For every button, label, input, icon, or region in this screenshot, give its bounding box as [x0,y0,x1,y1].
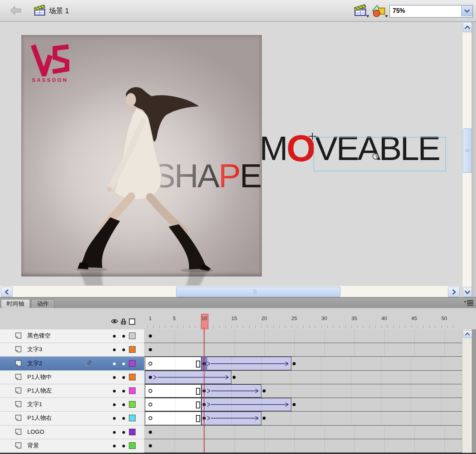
lock-icon[interactable] [121,319,126,325]
layer-name[interactable]: P1人物右 [27,414,52,422]
scroll-thumb[interactable] [176,287,340,297]
span-end-marker[interactable] [196,415,200,422]
gray-span[interactable] [231,371,462,384]
frame-row-2[interactable] [144,343,462,357]
layer-row-9[interactable]: 背景 [0,439,144,453]
zoom-dropdown-button[interactable] [461,5,472,16]
scroll-up-button[interactable] [463,22,472,32]
white-span[interactable] [145,384,201,398]
lock-dot[interactable] [122,390,125,392]
layer-row-8[interactable]: LOGO [0,426,144,439]
keyframe-dot[interactable] [149,348,152,351]
layer-color-swatch[interactable] [129,333,136,339]
pasteboard[interactable]: SASSOON SHAPE [0,22,462,285]
layer-name[interactable]: 文字1 [27,401,42,408]
white-span[interactable] [145,357,201,370]
frame-row-4[interactable] [144,371,462,384]
layer-row-3[interactable]: 文字2✎ [0,357,144,370]
layer-color-swatch[interactable] [129,401,136,408]
lock-dot[interactable] [122,431,125,434]
lock-dot[interactable] [122,403,125,406]
layer-name[interactable]: 背景 [27,442,39,449]
visibility-dot[interactable] [113,335,116,338]
keyframe-dot[interactable] [149,431,152,434]
gray-span[interactable] [145,426,462,439]
tab-actions[interactable]: 动作 [31,299,55,309]
keyframe-dot[interactable] [149,334,152,338]
layer-name[interactable]: P1人物中 [27,373,52,381]
gray-span[interactable] [145,329,462,343]
scroll-thumb[interactable] [463,128,472,173]
tab-timeline[interactable]: 时间轴 [1,299,30,309]
span-end-marker[interactable] [196,388,200,395]
empty-keyframe-dot[interactable] [148,403,152,406]
scroll-right-button[interactable] [448,287,460,297]
frame-row-6[interactable] [144,398,462,412]
scroll-left-button[interactable] [1,287,12,297]
keyframe-dot[interactable] [293,362,296,365]
timeline-vertical-scrollbar[interactable] [462,329,472,453]
layer-name[interactable]: 文字2 [27,360,42,367]
layer-color-swatch[interactable] [129,374,136,380]
visibility-dot[interactable] [113,390,116,392]
layer-row-2[interactable]: 文字3 [0,343,144,357]
gray-span[interactable] [145,343,462,356]
layer-row-7[interactable]: P1人物右 [0,412,144,425]
layer-name[interactable]: P1人物左 [27,387,52,394]
zoom-combobox[interactable]: 75% [390,5,473,18]
layer-row-4[interactable]: P1人物中 [0,371,144,384]
layer-color-swatch[interactable] [129,360,136,367]
gray-span[interactable] [261,384,462,398]
vs-sassoon-logo[interactable]: SASSOON [31,44,81,86]
stage-vertical-scrollbar[interactable] [462,22,472,297]
eye-icon[interactable] [111,319,118,324]
white-span[interactable] [145,412,201,425]
layer-color-swatch[interactable] [129,415,136,421]
visibility-dot[interactable] [113,348,116,351]
frame-row-3[interactable] [144,357,462,370]
gray-span[interactable] [261,412,462,425]
lock-dot[interactable] [122,348,125,351]
layer-row-6[interactable]: 文字1 [0,398,144,412]
stage-horizontal-scrollbar[interactable] [0,285,460,297]
white-span[interactable] [145,398,201,411]
layer-color-swatch[interactable] [129,387,136,394]
frame-row-7[interactable] [144,412,462,425]
shape-text-object[interactable]: SHAPE [153,159,261,192]
gray-span[interactable] [291,357,462,370]
scroll-up-button[interactable] [463,330,472,338]
empty-keyframe-dot[interactable] [148,362,152,366]
frame-row-5[interactable] [144,384,462,398]
lock-dot[interactable] [122,376,125,379]
layer-color-swatch[interactable] [129,346,136,353]
keyframe-dot[interactable] [149,444,152,447]
frame-row-1[interactable] [144,329,462,343]
lock-dot[interactable] [122,445,125,447]
lock-dot[interactable] [122,417,125,420]
edit-scene-button[interactable] [354,4,369,18]
stage-photo[interactable]: SASSOON SHAPE [21,35,262,276]
span-end-marker[interactable] [196,361,200,368]
frame-row-9[interactable] [144,439,462,453]
frame-row-8[interactable] [144,426,462,439]
empty-keyframe-dot[interactable] [148,389,152,393]
frame-grid[interactable] [144,329,462,453]
selection-rect[interactable] [314,137,446,171]
layer-row-5[interactable]: P1人物左 [0,384,144,398]
layer-color-swatch[interactable] [129,429,136,435]
layer-name[interactable]: LOGO [27,428,44,435]
lock-dot[interactable] [122,335,125,338]
span-end-marker[interactable] [196,401,200,408]
back-arrow-icon[interactable] [10,6,21,15]
panel-menu-icon[interactable] [464,300,474,306]
layer-name[interactable]: 黑色镂空 [27,332,51,340]
visibility-dot[interactable] [113,403,116,406]
visibility-dot[interactable] [113,445,116,447]
gray-span[interactable] [291,398,462,411]
visibility-dot[interactable] [113,417,116,420]
visibility-dot[interactable] [113,431,116,434]
scroll-down-button[interactable] [463,287,472,297]
layer-name[interactable]: 文字3 [27,346,42,353]
timeline-header[interactable]: 15101520253035404550 [0,308,476,330]
layer-color-swatch[interactable] [129,442,136,449]
